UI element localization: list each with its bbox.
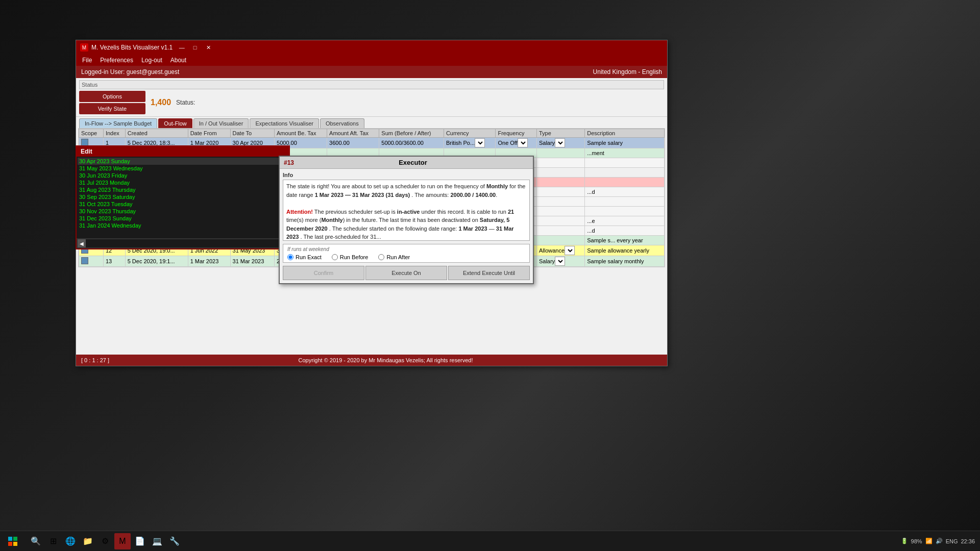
col-header-description: Description: [585, 129, 665, 138]
pinned-icon-1[interactable]: 📄: [132, 533, 148, 549]
edit-list-item[interactable]: 31 Dec 2023 Sunday: [78, 215, 288, 222]
cell-description: Sample s... every year: [585, 236, 665, 245]
edit-nav: ◀ ▶: [77, 238, 289, 248]
radio-group: Run Exact Run Before Run After: [287, 254, 525, 260]
edit-list[interactable]: 30 Apr 2023 Sunday31 May 2023 Wednesday3…: [77, 157, 289, 238]
cell-type: [536, 207, 584, 216]
col-header-type: Type: [536, 129, 584, 138]
frequency-select[interactable]: [518, 138, 528, 147]
cell-sum: 5000.00/3600.00: [379, 138, 444, 148]
edit-list-item[interactable]: 31 May 2023 Wednesday: [78, 165, 288, 172]
menu-file[interactable]: File: [78, 56, 96, 65]
tab-in-out-visualiser[interactable]: In / Out Visualiser: [193, 118, 249, 128]
type-select[interactable]: [565, 246, 575, 255]
menu-preferences[interactable]: Preferences: [96, 56, 137, 65]
attention-text: The previous scheduler set-up is in-acti…: [286, 209, 514, 240]
edit-list-item[interactable]: 30 Jun 2023 Friday: [78, 172, 288, 179]
col-header-currency: Currency: [444, 129, 496, 138]
app-taskbar-icon[interactable]: M: [114, 533, 131, 549]
col-header-date-to: Date To: [230, 129, 275, 138]
pinned-icon-3[interactable]: 🔧: [166, 533, 183, 549]
cell-description: Sample allowance yearly: [585, 245, 665, 256]
edge-icon[interactable]: 🌐: [62, 533, 79, 549]
window-titlebar: M M. Vezelis Bits Visualiser v1.1 — □ ✕: [76, 40, 667, 55]
confirm-button[interactable]: Confirm: [283, 266, 364, 280]
tab-expectations-visualiser[interactable]: Expectations Visualiser: [250, 118, 319, 128]
tab-out-flow[interactable]: Out-Flow: [158, 118, 192, 128]
taskbar-icons: 🔍 ⊞ 🌐 📁 ⚙ M 📄 💻 🔧: [26, 533, 896, 549]
svg-rect-2: [8, 542, 12, 546]
executor-header: #13 Executor: [280, 157, 533, 169]
radio-run-after[interactable]: Run After: [378, 254, 410, 260]
login-bar: Logged-in User: guest@guest.guest United…: [76, 66, 667, 78]
close-button[interactable]: ✕: [202, 42, 214, 53]
execute-on-button[interactable]: Execute On: [365, 266, 447, 280]
svg-rect-1: [13, 537, 17, 541]
col-header-amount-be: Amount Be. Tax: [275, 129, 327, 138]
extend-execute-until-button[interactable]: Extend Execute Until: [448, 266, 530, 280]
currency-select[interactable]: [475, 138, 485, 147]
col-header-amount-aft: Amount Aft. Tax: [327, 129, 379, 138]
executor-id: #13: [284, 159, 294, 166]
edit-nav-left[interactable]: ◀: [78, 239, 86, 247]
status-inner: Options Verify State 1,400 Status:: [79, 91, 664, 114]
file-explorer-icon[interactable]: 📁: [80, 533, 96, 549]
edit-list-item[interactable]: 31 Jul 2023 Monday: [78, 179, 288, 186]
edit-list-item[interactable]: 30 Apr 2023 Sunday: [78, 158, 288, 165]
tab-observations[interactable]: Observations: [320, 118, 364, 128]
col-header-date-from: Date From: [188, 129, 230, 138]
verify-state-button[interactable]: Verify State: [79, 103, 145, 114]
type-select[interactable]: [555, 138, 565, 147]
task-view-icon[interactable]: ⊞: [45, 533, 61, 549]
chrome-icon[interactable]: ⚙: [97, 533, 113, 549]
col-header-sum: Sum (Before / After): [379, 129, 444, 138]
edit-list-item[interactable]: 31 Oct 2023 Tuesday: [78, 201, 288, 208]
network-icon: 📶: [925, 538, 933, 544]
col-header-scope: Scope: [79, 129, 104, 138]
options-button[interactable]: Options: [79, 91, 145, 102]
edit-list-item[interactable]: 30 Nov 2023 Thursday: [78, 208, 288, 215]
executor-title: Executor: [297, 159, 529, 166]
cell-index: 13: [103, 256, 125, 267]
cell-description: [585, 168, 665, 178]
tab-in-flow[interactable]: In-Flow --> Sample Budget: [79, 118, 157, 128]
radio-run-exact[interactable]: Run Exact: [287, 254, 322, 260]
pinned-icon-2[interactable]: 💻: [149, 533, 165, 549]
menu-logout[interactable]: Log-out: [137, 56, 166, 65]
cell-currency: British Po...: [444, 138, 496, 148]
info-main-text: The state is right! You are about to set…: [286, 183, 525, 198]
menu-bar: File Preferences Log-out About: [76, 55, 667, 66]
battery-icon: 🔋: [901, 538, 908, 544]
cell-type: Salary: [536, 256, 584, 267]
cell-frequency: One Off: [496, 138, 536, 148]
language-indicator: ENG: [946, 538, 958, 544]
cell-description: [585, 178, 665, 187]
cell-scope: [79, 256, 104, 267]
radio-run-before[interactable]: Run Before: [332, 254, 369, 260]
col-header-index: Index: [103, 129, 125, 138]
search-taskbar-icon[interactable]: 🔍: [28, 533, 44, 549]
edit-list-item[interactable]: 31 Jan 2024 Wednesday: [78, 222, 288, 229]
taskbar: 🔍 ⊞ 🌐 📁 ⚙ M 📄 💻 🔧 🔋 98% 📶 🔊 ENG 22:36: [0, 531, 980, 551]
battery-percent: 98%: [911, 538, 922, 544]
cell-description: ...d: [585, 187, 665, 197]
taskbar-right: 🔋 98% 📶 🔊 ENG 22:36: [896, 538, 980, 544]
edit-list-item[interactable]: 30 Sep 2023 Saturday: [78, 193, 288, 201]
status-buttons: Options Verify State: [79, 91, 145, 114]
menu-about[interactable]: About: [166, 56, 190, 65]
type-select[interactable]: [555, 257, 565, 266]
tabs-bar: In-Flow --> Sample Budget Out-Flow In / …: [76, 117, 667, 128]
cell-type: [536, 178, 584, 187]
col-header-created: Created: [125, 129, 188, 138]
footer-copyright: Copyright © 2019 - 2020 by Mr Mindaugas …: [299, 357, 473, 363]
cell-type: Allowance: [536, 245, 584, 256]
cell-type: [536, 168, 584, 178]
minimize-button[interactable]: —: [176, 42, 188, 53]
edit-list-item[interactable]: 31 Aug 2023 Thursday: [78, 186, 288, 193]
cell-type: [536, 226, 584, 236]
login-user: Logged-in User: guest@guest.guest: [81, 68, 179, 76]
start-button[interactable]: [0, 531, 26, 552]
maximize-button[interactable]: □: [189, 42, 201, 53]
volume-icon: 🔊: [936, 538, 943, 544]
info-text-box: The state is right! You are about to set…: [283, 180, 530, 241]
